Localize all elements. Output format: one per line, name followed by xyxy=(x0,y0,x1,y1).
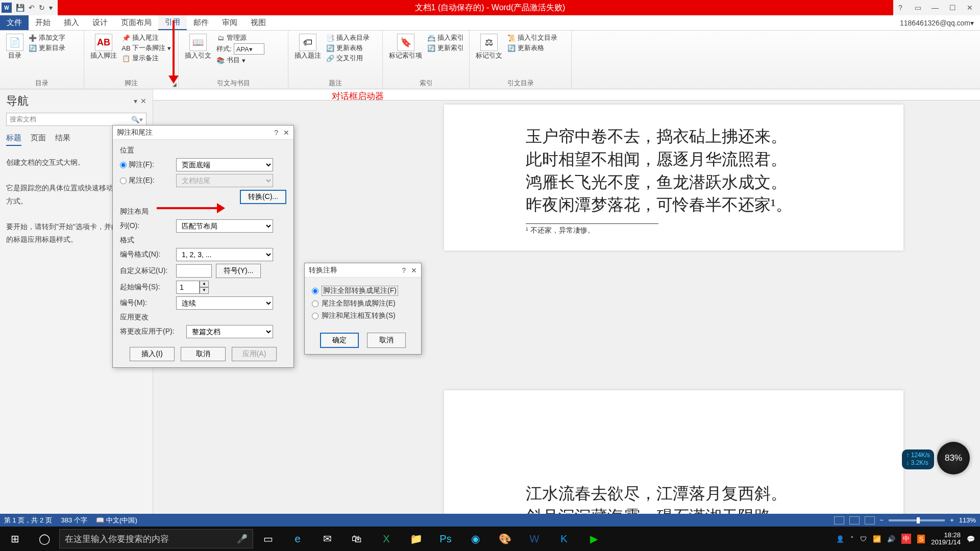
mail-icon[interactable]: ✉ xyxy=(312,527,342,551)
tray-notifications-icon[interactable]: 💬 xyxy=(967,535,975,543)
nav-search-input[interactable]: 搜索文档🔍▾ xyxy=(6,113,146,126)
toc-button[interactable]: 📄目录 xyxy=(4,33,26,60)
update-authorities-button[interactable]: 🔄更新表格 xyxy=(507,43,557,53)
dialog-help-icon[interactable]: ? xyxy=(274,129,278,137)
columns-select[interactable]: 匹配节布局 xyxy=(176,219,273,233)
iqiyi-icon[interactable]: ▶ xyxy=(579,527,608,551)
dialog2-close-icon[interactable]: ✕ xyxy=(411,266,417,274)
nav-tab-pages[interactable]: 页面 xyxy=(31,133,46,146)
tray-clock[interactable]: 18:282019/1/14 xyxy=(931,532,961,546)
status-language[interactable]: 📖 中文(中国) xyxy=(96,516,144,524)
tray-volume-icon[interactable]: 🔊 xyxy=(887,535,895,543)
help-icon[interactable]: ? xyxy=(893,4,908,12)
tab-file[interactable]: 文件 xyxy=(0,15,29,30)
insert-citation-button[interactable]: 📖插入引文 xyxy=(183,33,213,60)
insert-caption-button[interactable]: 🏷插入题注 xyxy=(292,33,323,60)
tray-people-icon[interactable]: 👤 xyxy=(836,535,844,543)
start-button[interactable]: ⊞ xyxy=(0,527,30,551)
manage-sources-button[interactable]: 🗂管理源 xyxy=(216,33,264,43)
tab-review[interactable]: 审阅 xyxy=(215,15,244,30)
insert-footnote-button[interactable]: AB插入脚注 xyxy=(88,33,119,60)
dialog-titlebar[interactable]: 脚注和尾注 ?✕ xyxy=(113,126,293,140)
tab-mailings[interactable]: 邮件 xyxy=(187,15,215,30)
tray-security-icon[interactable]: 🛡 xyxy=(860,535,867,543)
bibliography-button[interactable]: 📚书目 ▾ xyxy=(216,55,264,65)
tab-insert[interactable]: 插入 xyxy=(57,15,86,30)
view-read-icon[interactable] xyxy=(834,516,844,524)
task-view-icon[interactable]: ▭ xyxy=(253,527,283,551)
cortana-icon[interactable]: ◯ xyxy=(30,527,59,551)
explorer-icon[interactable]: 📁 xyxy=(401,527,431,551)
cross-reference-button[interactable]: 🔗交叉引用 xyxy=(326,53,370,63)
tray-ime-zh-icon[interactable]: 中 xyxy=(901,534,911,544)
tab-design[interactable]: 设计 xyxy=(86,15,114,30)
zoom-level[interactable]: 113% xyxy=(959,516,976,524)
zoom-out-icon[interactable]: − xyxy=(880,516,884,524)
horizontal-ruler[interactable]: 对话框启动器 xyxy=(153,89,980,101)
qat-dropdown-icon[interactable]: ▾ xyxy=(49,4,53,12)
number-format-select[interactable]: 1, 2, 3, ... xyxy=(176,248,273,261)
insert-index-button[interactable]: 📇插入索引 xyxy=(427,33,464,43)
endnote-radio-label[interactable]: 尾注(E): xyxy=(120,176,176,185)
cancel-button[interactable]: 取消 xyxy=(181,347,226,361)
cancel-button-2[interactable]: 取消 xyxy=(367,333,406,348)
convert-option-1[interactable]: 脚注全部转换成尾注(F) xyxy=(312,286,414,296)
start-at-spinner[interactable]: ▲▼ xyxy=(176,281,209,294)
footnote-radio-label[interactable]: 脚注(F): xyxy=(120,160,176,169)
close-icon[interactable]: ✕ xyxy=(963,4,977,12)
undo-icon[interactable]: ↶ xyxy=(29,4,35,12)
page-2[interactable]: 江水流春去欲尽，江潭落月复西斜。 斜月沉沉藏海雾，碣石潇湘无限路。 不知乘月几人… xyxy=(444,390,903,514)
store-icon[interactable]: 🛍 xyxy=(342,527,372,551)
edge-icon[interactable]: e xyxy=(283,527,312,551)
nav-close-icon[interactable]: ✕ xyxy=(140,97,146,105)
next-footnote-button[interactable]: AB下一条脚注 ▾ xyxy=(122,43,171,53)
convert-button[interactable]: 转换(C)... xyxy=(240,190,286,204)
tab-view[interactable]: 视图 xyxy=(244,15,273,30)
convert-option-2[interactable]: 尾注全部转换成脚注(E) xyxy=(312,299,414,308)
tab-layout[interactable]: 页面布局 xyxy=(114,15,158,30)
update-table-button[interactable]: 🔄更新表格 xyxy=(326,43,370,53)
custom-mark-input[interactable] xyxy=(176,264,212,278)
view-web-icon[interactable] xyxy=(865,516,875,524)
page-1[interactable]: 玉户帘中卷不去，捣衣砧上拂还来。 此时相望不相闻，愿逐月华流照君。 鸿雁长飞光不… xyxy=(444,105,903,251)
tray-network-icon[interactable]: 📶 xyxy=(873,535,881,543)
excel-icon[interactable]: X xyxy=(372,527,401,551)
convert-option-3[interactable]: 脚注和尾注相互转换(S) xyxy=(312,311,414,320)
footnote-position-select[interactable]: 页面底端 xyxy=(176,158,273,171)
paint-icon[interactable]: 🎨 xyxy=(490,527,520,551)
ribbon-display-icon[interactable]: ▭ xyxy=(911,4,925,12)
dialog2-help-icon[interactable]: ? xyxy=(402,266,406,274)
symbol-button[interactable]: 符号(Y)... xyxy=(216,264,261,278)
tab-home[interactable]: 开始 xyxy=(29,15,57,30)
save-icon[interactable]: 💾 xyxy=(16,4,24,12)
taskbar-search-input[interactable]: 在这里输入你要搜索的内容🎤 xyxy=(59,529,253,548)
insert-endnote-button[interactable]: 📌插入尾注 xyxy=(122,33,171,43)
insert-authorities-button[interactable]: 📜插入引文目录 xyxy=(507,33,557,43)
apply-to-select[interactable]: 整篇文档 xyxy=(186,325,273,338)
update-index-button[interactable]: 🔄更新索引 xyxy=(427,43,464,53)
footnote-radio[interactable] xyxy=(120,162,127,168)
redo-icon[interactable]: ↻ xyxy=(39,4,45,12)
nav-dropdown-icon[interactable]: ▾ xyxy=(134,97,137,105)
maximize-icon[interactable]: ☐ xyxy=(945,4,960,12)
insert-button[interactable]: 插入(I) xyxy=(130,347,175,361)
show-notes-button[interactable]: 📋显示备注 xyxy=(122,53,171,63)
endnote-radio[interactable] xyxy=(120,178,127,184)
ok-button[interactable]: 确定 xyxy=(320,333,359,348)
word-taskbar-icon[interactable]: W xyxy=(520,527,549,551)
dialog-close-icon[interactable]: ✕ xyxy=(283,129,289,137)
view-print-icon[interactable] xyxy=(849,516,860,524)
qq-browser-icon[interactable]: ◉ xyxy=(460,527,490,551)
insert-table-figures-button[interactable]: 📑插入表目录 xyxy=(326,33,370,43)
minimize-icon[interactable]: — xyxy=(928,4,942,12)
status-word-count[interactable]: 383 个字 xyxy=(61,516,87,524)
performance-gauge[interactable]: 83% xyxy=(937,442,970,474)
update-toc-button[interactable]: 🔄更新目录 xyxy=(29,43,65,53)
dialog2-titlebar[interactable]: 转换注释 ?✕ xyxy=(305,263,421,278)
zoom-slider[interactable] xyxy=(889,519,945,521)
add-text-button[interactable]: ➕添加文字 xyxy=(29,33,65,43)
user-account[interactable]: 1186461326@qq.com ▾ xyxy=(894,15,980,30)
nav-tab-headings[interactable]: 标题 xyxy=(6,133,21,146)
tray-up-icon[interactable]: ˄ xyxy=(850,535,854,543)
nav-tab-results[interactable]: 结果 xyxy=(55,133,70,146)
